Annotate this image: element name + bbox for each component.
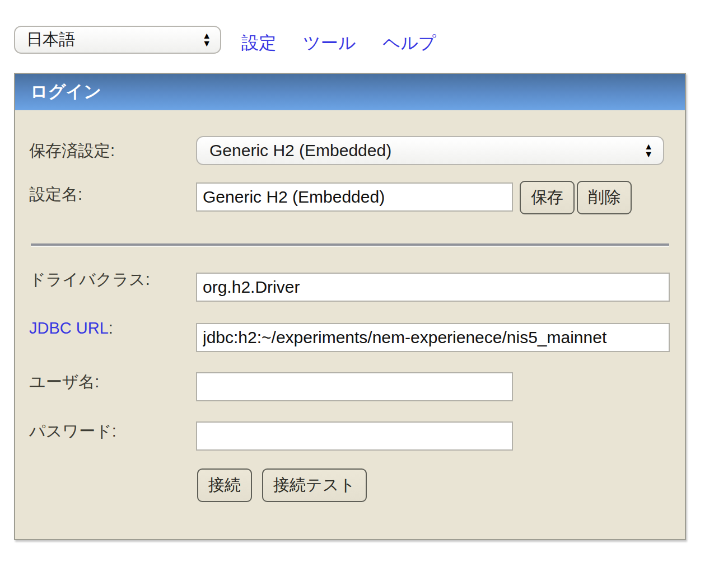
updown-arrows-icon: ▲ ▼	[644, 143, 653, 158]
arrow-down-icon: ▼	[644, 151, 653, 158]
settings-link[interactable]: 設定	[241, 31, 276, 55]
language-select-value: 日本語	[26, 29, 75, 51]
password-label: パスワード:	[29, 420, 192, 443]
arrow-down-icon: ▼	[202, 40, 211, 48]
help-link[interactable]: ヘルプ	[382, 31, 436, 55]
jdbc-url-input[interactable]	[196, 323, 670, 352]
test-connection-button[interactable]: 接続テスト	[262, 468, 367, 502]
save-button[interactable]: 保存	[520, 181, 575, 214]
login-panel: ログイン 保存済設定: Generic H2 (Embedded) ▲ ▼ 設定…	[14, 73, 686, 540]
jdbc-url-link[interactable]: JDBC URL	[29, 319, 109, 337]
language-select[interactable]: 日本語 ▲ ▼	[14, 26, 221, 54]
setting-name-label: 設定名:	[29, 184, 192, 206]
separator	[31, 243, 669, 246]
driver-class-label: ドライバクラス:	[29, 269, 192, 291]
panel-title: ログイン	[15, 74, 685, 110]
updown-arrows-icon: ▲ ▼	[202, 32, 211, 48]
username-input[interactable]	[196, 372, 513, 401]
saved-settings-select-value: Generic H2 (Embedded)	[209, 141, 391, 160]
top-navigation: 設定 ツール ヘルプ	[241, 31, 436, 55]
delete-button[interactable]: 削除	[577, 181, 632, 214]
setting-name-input[interactable]	[196, 182, 513, 212]
saved-settings-label: 保存済設定:	[29, 140, 192, 162]
jdbc-url-label: JDBC URL:	[29, 319, 192, 338]
driver-class-input[interactable]	[196, 273, 670, 302]
jdbc-url-colon: :	[109, 319, 113, 337]
tools-link[interactable]: ツール	[303, 31, 356, 55]
connect-button[interactable]: 接続	[197, 468, 252, 502]
password-input[interactable]	[196, 421, 513, 451]
saved-settings-select[interactable]: Generic H2 (Embedded) ▲ ▼	[196, 136, 664, 165]
username-label: ユーザ名:	[29, 371, 192, 393]
